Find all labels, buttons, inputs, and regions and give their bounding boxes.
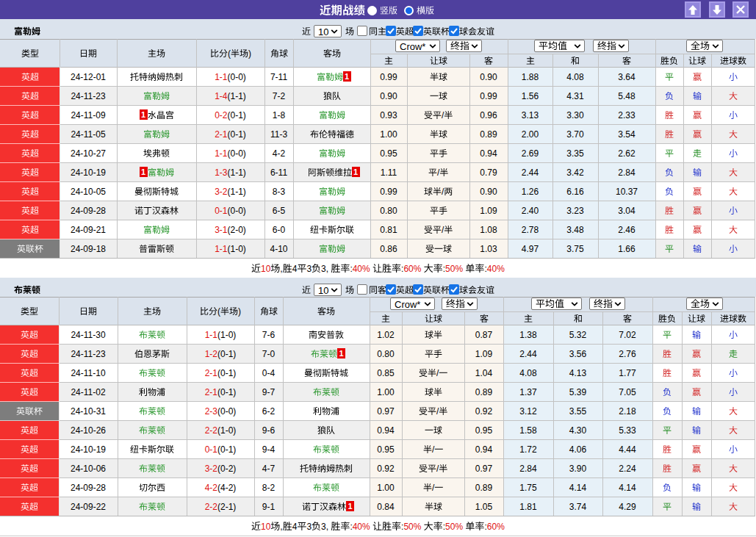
svg-text:/: / <box>432 444 435 454</box>
svg-text:(: ( <box>228 48 231 59</box>
svg-text:3: 3 <box>306 522 312 532</box>
svg-text:): ) <box>238 306 241 317</box>
svg-text:/: / <box>432 482 435 492</box>
svg-text:4: 4 <box>292 264 298 274</box>
svg-text:/: / <box>442 186 444 196</box>
svg-text:/: / <box>442 224 444 234</box>
svg-text:50%: 50% <box>403 522 421 532</box>
svg-text:4: 4 <box>292 522 298 532</box>
svg-text:40%: 40% <box>487 264 505 274</box>
svg-text:/: / <box>436 406 439 416</box>
svg-text:10: 10 <box>261 264 271 274</box>
svg-text:40%: 40% <box>353 522 370 532</box>
svg-text:): ) <box>248 48 251 59</box>
svg-text:3,: 3, <box>321 264 328 274</box>
svg-text:/: / <box>436 463 439 473</box>
svg-text:50%: 50% <box>445 522 463 532</box>
svg-text:10: 10 <box>261 522 271 532</box>
svg-text:(: ( <box>217 306 220 317</box>
svg-text:40%: 40% <box>353 264 370 274</box>
svg-text:60%: 60% <box>487 522 505 532</box>
svg-text:/: / <box>442 109 444 120</box>
svg-text:3: 3 <box>306 264 312 274</box>
svg-text:/: / <box>436 367 439 378</box>
svg-text:3,: 3, <box>321 522 328 532</box>
svg-text:50%: 50% <box>445 264 463 274</box>
svg-text:/: / <box>437 167 440 177</box>
svg-text:,: , <box>280 264 282 274</box>
svg-text:,: , <box>280 522 282 532</box>
svg-text:60%: 60% <box>403 264 421 274</box>
